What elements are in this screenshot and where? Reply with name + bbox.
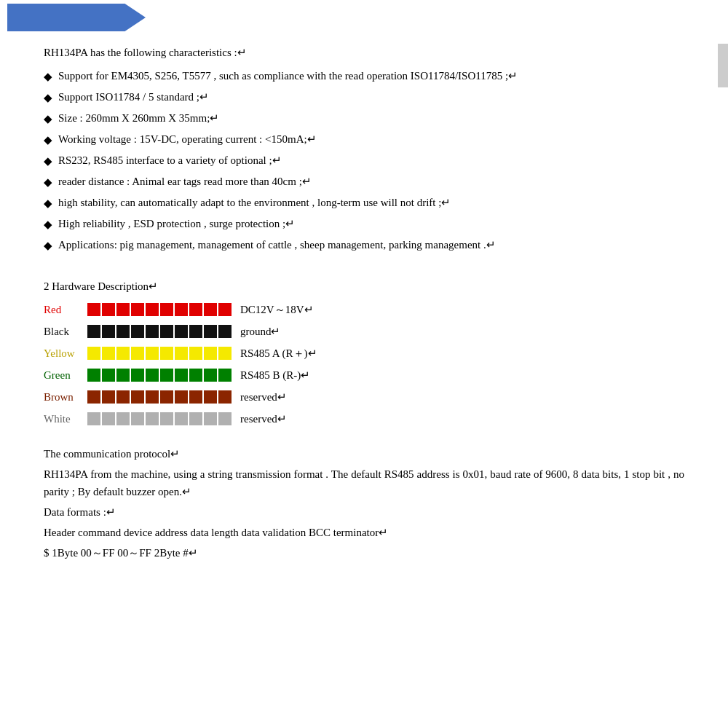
color-block (204, 347, 217, 360)
bullet-2: ◆ Support ISO11784 / 5 standard ;↵ (44, 88, 684, 106)
bullet-text-8: High reliability , ESD protection , surg… (58, 215, 684, 232)
main-content: RH134PA has the following characteristic… (0, 36, 728, 586)
bullet-3: ◆ Size : 260mm X 260mm X 35mm;↵ (44, 109, 684, 127)
blue-arrow (7, 4, 146, 31)
color-block (175, 412, 188, 425)
empty-line-2 (44, 432, 684, 445)
color-blocks-2 (87, 347, 232, 360)
diamond-icon: ◆ (44, 89, 52, 106)
hw-label-5: White (44, 410, 87, 428)
hw-label-2: Yellow (44, 345, 87, 362)
color-block (160, 412, 173, 425)
bullet-7: ◆ high stability, can automatically adap… (44, 194, 684, 212)
color-block (146, 325, 159, 338)
hardware-row-0: RedDC12V～18V↵ (44, 301, 684, 318)
hardware-row-4: Brownreserved↵ (44, 388, 684, 406)
color-block (160, 390, 173, 404)
color-block (87, 390, 100, 404)
bullet-text-6: reader distance : Animal ear tags read m… (58, 173, 684, 190)
color-block (116, 412, 130, 425)
protocol-body: RH134PA from the machine, using a string… (44, 465, 684, 500)
hw-desc-1: ground↵ (240, 323, 281, 340)
color-block (146, 390, 159, 404)
color-block (204, 390, 217, 404)
hw-desc-2: RS485 A (R＋)↵ (240, 345, 317, 362)
color-block (102, 303, 115, 316)
color-block (189, 347, 202, 360)
color-block (189, 412, 202, 425)
color-block (218, 303, 232, 316)
hw-label-3: Green (44, 366, 87, 384)
color-block (146, 412, 159, 425)
color-block (131, 347, 144, 360)
diamond-icon: ◆ (44, 110, 52, 127)
bullet-text-9: Applications: pig management, management… (58, 236, 684, 253)
color-block (102, 347, 115, 360)
hardware-rows: RedDC12V～18V↵Blackground↵YellowRS485 A (… (44, 301, 684, 428)
color-block (218, 325, 232, 338)
diamond-icon: ◆ (44, 237, 52, 254)
color-block (131, 390, 144, 404)
hardware-row-3: GreenRS485 B (R-)↵ (44, 366, 684, 384)
hw-desc-4: reserved↵ (240, 388, 287, 406)
color-block (102, 369, 115, 382)
color-block (218, 369, 232, 382)
diamond-icon: ◆ (44, 68, 52, 85)
color-block (175, 390, 188, 404)
bullet-text-1: Support for EM4305, S256, T5577 , such a… (58, 67, 684, 84)
color-block (218, 390, 232, 404)
color-blocks-0 (87, 303, 232, 316)
color-block (189, 325, 202, 338)
color-block (218, 347, 232, 360)
color-block (87, 325, 100, 338)
color-block (146, 369, 159, 382)
color-block (189, 303, 202, 316)
data-formats-title: Data formats :↵ (44, 503, 684, 521)
color-block (175, 347, 188, 360)
color-block (175, 325, 188, 338)
color-block (160, 303, 173, 316)
color-block (116, 390, 130, 404)
protocol-title: The communication protocol↵ (44, 445, 684, 463)
color-block (204, 303, 217, 316)
color-block (131, 412, 144, 425)
color-blocks-4 (87, 390, 232, 404)
color-block (160, 325, 173, 338)
color-blocks-3 (87, 369, 232, 382)
color-block (116, 325, 130, 338)
header-area (0, 0, 728, 36)
color-block (87, 303, 100, 316)
data-formats-header: Header command device address data lengt… (44, 524, 684, 541)
color-block (131, 369, 144, 382)
hw-label-1: Black (44, 323, 87, 340)
bullet-1: ◆ Support for EM4305, S256, T5577 , such… (44, 67, 684, 85)
diamond-icon: ◆ (44, 131, 52, 149)
color-block (160, 369, 173, 382)
color-block (204, 369, 217, 382)
bullet-text-5: RS232, RS485 interface to a variety of o… (58, 152, 684, 169)
hardware-title: 2 Hardware Description↵ (44, 278, 684, 295)
color-block (87, 347, 100, 360)
color-block (116, 347, 130, 360)
color-block (131, 303, 144, 316)
color-block (116, 369, 130, 382)
color-block (204, 325, 217, 338)
bullet-4: ◆ Working voltage : 15V-DC, operating cu… (44, 130, 684, 149)
hardware-row-5: Whitereserved↵ (44, 410, 684, 428)
color-block (131, 325, 144, 338)
scrollbar[interactable] (718, 44, 728, 87)
color-block (146, 347, 159, 360)
color-block (87, 412, 100, 425)
bullet-5: ◆ RS232, RS485 interface to a variety of… (44, 152, 684, 170)
color-block (189, 390, 202, 404)
diamond-icon: ◆ (44, 173, 52, 191)
hw-label-0: Red (44, 301, 87, 318)
bullet-9: ◆ Applications: pig management, manageme… (44, 236, 684, 254)
color-block (102, 390, 115, 404)
color-block (146, 303, 159, 316)
color-block (160, 347, 173, 360)
empty-line-1 (44, 257, 684, 270)
diamond-icon: ◆ (44, 216, 52, 233)
hardware-row-2: YellowRS485 A (R＋)↵ (44, 345, 684, 362)
color-block (175, 303, 188, 316)
